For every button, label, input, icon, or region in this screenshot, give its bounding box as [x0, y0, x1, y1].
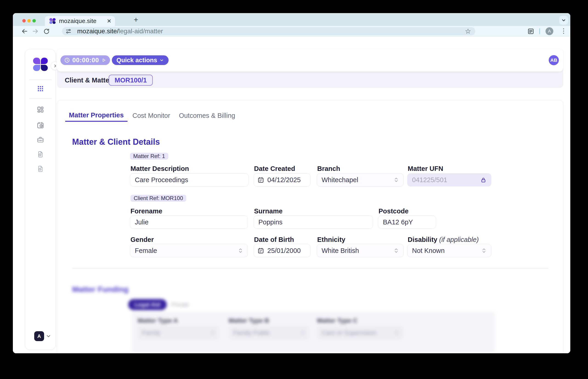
matter-type-c-select[interactable]: Care or Supervision: [317, 326, 403, 340]
play-icon[interactable]: [101, 58, 106, 63]
browser-tab[interactable]: mozaique.site ✕: [45, 16, 115, 26]
field-label: Surname: [254, 207, 282, 215]
maximize-window-button[interactable]: [32, 19, 36, 22]
close-window-button[interactable]: [22, 19, 26, 22]
matter-tabs: Matter Properties Cost Monitor Outcomes …: [65, 110, 239, 122]
date-of-birth-value: 25/01/2000: [267, 247, 306, 254]
browser-profile-avatar[interactable]: A: [545, 27, 553, 35]
branch-value: Whitechapel: [322, 176, 394, 184]
browser-toolbar: mozaique.site/legal-aid/matter ☆ A ⋮: [13, 26, 570, 36]
select-chevrons-icon: [210, 330, 215, 336]
clock-icon: [64, 57, 70, 63]
apps-grid-icon: [37, 85, 44, 92]
address-bar[interactable]: mozaique.site/legal-aid/matter ☆: [62, 27, 475, 35]
field-label-note: (if applicable): [439, 236, 479, 243]
branch-select[interactable]: Whitechapel: [317, 173, 403, 187]
funding-option-private[interactable]: Private: [171, 301, 189, 308]
chevron-right-icon: [53, 64, 57, 68]
field-label: Forename: [130, 207, 162, 215]
matter-type-b-label: Matter Type B: [229, 317, 269, 324]
tab-search-button[interactable]: [559, 16, 568, 25]
disability-select[interactable]: Not Known: [407, 244, 491, 257]
site-settings-icon[interactable]: [65, 28, 72, 34]
funding-toggle[interactable]: Legal Aid Private: [128, 299, 189, 310]
briefcase-icon: [37, 136, 44, 143]
calendar-icon: [258, 247, 264, 254]
sidebar-item-apps[interactable]: [36, 85, 44, 93]
dashboard-icon: [37, 106, 44, 113]
tab-cost-monitor[interactable]: Cost Monitor: [129, 110, 174, 122]
forename-input[interactable]: [130, 215, 248, 229]
toolbar-divider: [539, 28, 540, 34]
field-label: Gender: [130, 236, 154, 243]
minimize-window-button[interactable]: [27, 19, 31, 22]
field-label: Date Created: [254, 165, 295, 173]
tab-title: mozaique.site: [59, 17, 103, 25]
forward-button[interactable]: [31, 27, 39, 35]
back-button[interactable]: [21, 27, 29, 35]
ethnicity-value: White British: [322, 247, 394, 254]
close-tab-icon[interactable]: ✕: [107, 18, 111, 24]
field-label: Date of Birth: [254, 236, 294, 243]
forward-arrow-icon: [32, 28, 39, 35]
timer-widget[interactable]: 00:00:00: [61, 55, 110, 65]
lock-icon: [480, 177, 486, 183]
sidebar-item-documents[interactable]: [36, 165, 44, 173]
matter-ufn-value: 041225/501: [412, 176, 480, 184]
timer-value: 00:00:00: [72, 57, 99, 64]
matter-type-c-label: Matter Type C: [317, 317, 358, 324]
field-label: Matter UFN: [408, 165, 443, 173]
sidebar-user-avatar[interactable]: A: [34, 331, 44, 341]
reading-list-icon: [527, 28, 534, 35]
browser-menu-button[interactable]: ⋮: [560, 27, 567, 35]
new-tab-button[interactable]: +: [131, 15, 140, 24]
sidebar-divider: [29, 98, 52, 99]
matter-type-c-value: Care or Supervision: [322, 329, 376, 336]
matter-type-b-value: Family Public: [233, 329, 270, 336]
reload-icon: [43, 28, 50, 35]
funding-heading: Matter Funding: [72, 285, 129, 294]
matter-type-a-value: Family: [142, 329, 161, 336]
app-sidebar: A: [25, 49, 56, 350]
tab-outcomes-billing[interactable]: Outcomes & Billing: [175, 110, 239, 122]
user-avatar[interactable]: AB: [549, 55, 559, 65]
calendar-icon: [258, 177, 264, 183]
sidebar-item-dashboard[interactable]: [36, 106, 44, 113]
back-arrow-icon: [21, 28, 28, 35]
matter-type-a-select[interactable]: Family: [138, 326, 219, 340]
reload-button[interactable]: [43, 27, 50, 35]
quick-actions-button[interactable]: Quick actions: [112, 55, 169, 65]
tab-matter-properties[interactable]: Matter Properties: [65, 110, 127, 122]
funding-option-legal-aid[interactable]: Legal Aid: [128, 299, 167, 310]
mozaique-logo: [33, 58, 48, 71]
field-label: Ethnicity: [317, 236, 345, 243]
postcode-input[interactable]: [378, 215, 436, 229]
select-chevrons-icon: [300, 330, 305, 336]
field-label: Branch: [317, 165, 340, 173]
matter-type-b-select[interactable]: Family Public: [229, 326, 309, 340]
client-matter-ref-badge[interactable]: MOR100/1: [109, 75, 153, 86]
gender-select[interactable]: Female: [130, 244, 248, 257]
field-label: Matter Description: [130, 165, 189, 173]
matter-description-input[interactable]: [130, 173, 248, 187]
field-label: Postcode: [379, 207, 409, 215]
matter-types-panel: Matter Type A Family Matter Type B Famil…: [131, 312, 495, 353]
sidebar-item-matters[interactable]: [36, 136, 44, 143]
section-divider: [72, 268, 548, 268]
client-ref-chip: Client Ref: MOR100: [130, 195, 186, 202]
calendar-clock-icon: [37, 122, 44, 129]
surname-input[interactable]: [254, 215, 373, 229]
reading-list-button[interactable]: [527, 27, 535, 35]
sidebar-item-time-records[interactable]: [36, 150, 44, 158]
disability-value: Not Known: [412, 247, 481, 254]
date-of-birth-input[interactable]: 25/01/2000: [254, 244, 310, 257]
sidebar-user-menu[interactable]: [46, 333, 51, 339]
date-created-value: 04/12/2025: [267, 176, 306, 184]
file-clock-icon: [37, 165, 44, 173]
date-created-input[interactable]: 04/12/2025: [254, 173, 310, 187]
gender-value: Female: [135, 247, 238, 254]
file-clock-icon: [37, 151, 44, 158]
sidebar-item-calendar[interactable]: [36, 121, 44, 129]
bookmark-star-icon[interactable]: ☆: [465, 28, 471, 35]
ethnicity-select[interactable]: White British: [317, 244, 403, 257]
